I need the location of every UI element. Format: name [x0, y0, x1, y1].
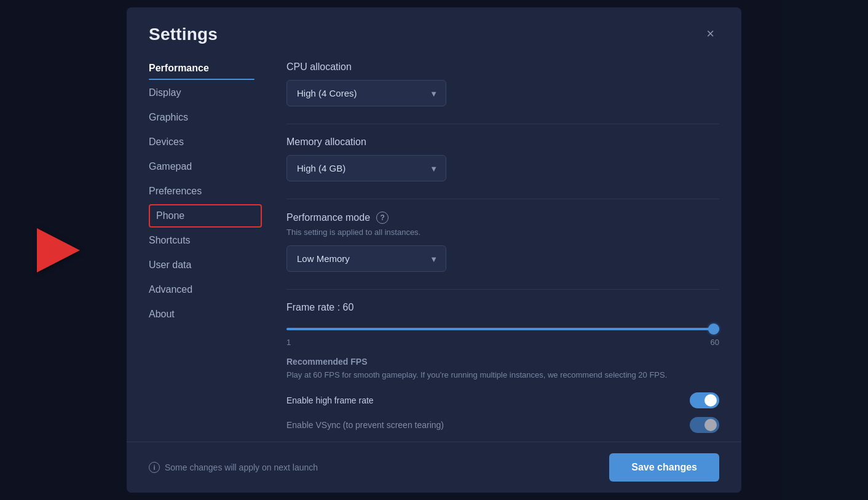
divider-1: [286, 124, 719, 124]
sidebar-item-phone-label: Phone: [156, 210, 184, 221]
footer-note-text: Some changes will apply on next launch: [165, 462, 318, 472]
high-frame-rate-toggle[interactable]: [690, 392, 719, 408]
sidebar-item-graphics[interactable]: Graphics: [149, 106, 262, 129]
sidebar-item-preferences-label: Preferences: [149, 186, 202, 197]
performance-mode-subtitle: This setting is applied to all instances…: [286, 228, 719, 237]
sidebar-item-user-data[interactable]: User data: [149, 253, 262, 277]
cpu-allocation-select-wrapper: High (4 Cores) Medium (2 Cores) Low (1 C…: [286, 80, 446, 106]
sidebar-item-phone[interactable]: Phone: [149, 204, 262, 228]
divider-3: [286, 289, 719, 290]
performance-mode-help-icon[interactable]: ?: [376, 212, 389, 224]
recommended-fps-title: Recommended FPS: [286, 357, 719, 367]
sidebar-item-shortcuts-label: Shortcuts: [149, 235, 191, 246]
slider-range-labels: 1 60: [286, 338, 719, 347]
sidebar-item-advanced[interactable]: Advanced: [149, 278, 262, 301]
sidebar-item-display-label: Display: [149, 87, 181, 98]
memory-allocation-label: Memory allocation: [286, 137, 719, 148]
vsync-label: Enable VSync (to prevent screen tearing): [286, 420, 444, 430]
cpu-allocation-label: CPU allocation: [286, 62, 719, 73]
sidebar-item-preferences[interactable]: Preferences: [149, 180, 262, 203]
performance-mode-title: Performance mode: [286, 212, 370, 223]
save-changes-button[interactable]: Save changes: [609, 453, 719, 482]
sidebar-item-gamepad-label: Gamepad: [149, 161, 192, 172]
frame-rate-slider-container: [286, 322, 719, 333]
main-content: CPU allocation High (4 Cores) Medium (2 …: [262, 57, 741, 442]
sidebar-item-gamepad[interactable]: Gamepad: [149, 155, 262, 178]
modal-overlay: Settings × Performance Display Graphics …: [0, 0, 868, 500]
sidebar-item-devices[interactable]: Devices: [149, 130, 262, 154]
footer-note: i Some changes will apply on next launch: [149, 462, 318, 473]
performance-mode-select-wrapper: Low Memory Balanced High Performance ▼: [286, 245, 446, 272]
footer-info-icon: i: [149, 462, 160, 473]
memory-allocation-select-wrapper: High (4 GB) Medium (2 GB) Low (1 GB) ▼: [286, 155, 446, 181]
recommended-fps-text: Play at 60 FPS for smooth gameplay. If y…: [286, 369, 719, 381]
cpu-allocation-select[interactable]: High (4 Cores) Medium (2 Cores) Low (1 C…: [286, 80, 446, 106]
frame-rate-slider[interactable]: [286, 328, 719, 330]
sidebar-item-performance-label: Performance: [149, 63, 209, 74]
performance-mode-select[interactable]: Low Memory Balanced High Performance: [286, 245, 446, 272]
sidebar-item-user-data-label: User data: [149, 260, 191, 271]
slider-min-label: 1: [286, 338, 291, 347]
sidebar-item-advanced-label: Advanced: [149, 284, 192, 295]
modal-title: Settings: [149, 25, 218, 44]
divider-2: [286, 199, 719, 199]
sidebar-item-about-label: About: [149, 309, 175, 320]
vsync-row: Enable VSync (to prevent screen tearing): [286, 417, 719, 433]
sidebar-item-graphics-label: Graphics: [149, 112, 188, 123]
close-button[interactable]: ×: [701, 25, 719, 43]
memory-allocation-select[interactable]: High (4 GB) Medium (2 GB) Low (1 GB): [286, 155, 446, 181]
sidebar-item-devices-label: Devices: [149, 137, 184, 148]
modal-header: Settings ×: [127, 7, 741, 44]
sidebar-item-display[interactable]: Display: [149, 81, 262, 105]
settings-modal: Settings × Performance Display Graphics …: [127, 7, 741, 493]
high-frame-rate-row: Enable high frame rate: [286, 392, 719, 408]
high-frame-rate-label: Enable high frame rate: [286, 395, 374, 405]
vsync-toggle[interactable]: [690, 417, 719, 433]
high-frame-rate-toggle-slider: [690, 392, 719, 408]
performance-mode-header: Performance mode ?: [286, 212, 719, 224]
vsync-toggle-slider: [690, 417, 719, 433]
frame-rate-label: Frame rate : 60: [286, 302, 719, 313]
modal-footer: i Some changes will apply on next launch…: [127, 442, 741, 493]
annotation-arrow: [37, 228, 80, 272]
sidebar-item-about[interactable]: About: [149, 303, 262, 326]
modal-body: Performance Display Graphics Devices Gam…: [127, 44, 741, 442]
sidebar-item-performance[interactable]: Performance: [149, 57, 262, 80]
sidebar: Performance Display Graphics Devices Gam…: [127, 57, 262, 442]
slider-max-label: 60: [711, 338, 719, 347]
sidebar-item-shortcuts[interactable]: Shortcuts: [149, 229, 262, 252]
